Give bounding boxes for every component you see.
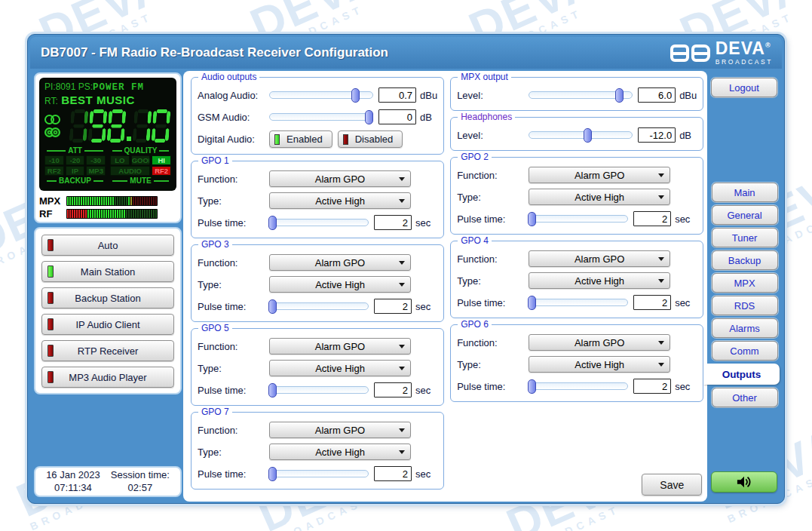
mpx-level-label: Level: [457, 90, 529, 101]
gpo-6-pulse-slider[interactable] [529, 382, 628, 390]
source-button-mp3-audio-player[interactable]: MP3 Audio Player [41, 367, 174, 388]
indicator-lo: LO [110, 155, 130, 165]
source-button-label: Backup Station [75, 293, 140, 304]
gpo-2-pulse-slider-thumb[interactable] [528, 212, 536, 226]
gpo-4-pulse-slider[interactable] [529, 299, 628, 306]
tab-tuner[interactable]: Tuner [712, 228, 778, 247]
mpx-level-value[interactable] [638, 87, 676, 103]
gpo-1-type-select[interactable]: Active High [269, 192, 411, 209]
digital-audio-enabled-button[interactable]: Enabled [269, 130, 332, 148]
select-value: Alarm GPO [575, 253, 624, 265]
gpo-3-pulse-slider[interactable] [269, 302, 369, 310]
source-button-backup-station[interactable]: Backup Station [41, 287, 174, 308]
gpo-5-pulse-slider[interactable] [269, 386, 369, 394]
tab-other[interactable]: Other [712, 388, 778, 407]
mpx-level-slider[interactable] [529, 91, 633, 99]
gpo-4-function-select[interactable]: Alarm GPO [529, 250, 670, 267]
gpo-6-type-select[interactable]: Active High [529, 356, 670, 373]
headphones-level-slider-thumb[interactable] [584, 128, 592, 143]
gpo-7-type-select[interactable]: Active High [269, 444, 411, 460]
gpo-5-pulse-value[interactable] [374, 382, 412, 397]
tab-mpx[interactable]: MPX [712, 273, 778, 293]
tab-alarms[interactable]: Alarms [712, 318, 778, 338]
gpo-6-pulse-slider-thumb[interactable] [528, 379, 536, 394]
gpo-3-type-select[interactable]: Active High [269, 276, 411, 293]
gpo-1-pulse-value[interactable] [374, 215, 412, 230]
source-button-label: Auto [98, 240, 118, 251]
gpo-7-type-row: Type:Active High [198, 442, 437, 462]
gpo-6-function-label: Function: [457, 337, 529, 348]
gpo-5-type-label: Type: [198, 363, 269, 374]
speaker-button[interactable] [711, 471, 777, 493]
chevron-down-icon [658, 257, 664, 261]
gpo-3-pulse-slider-thumb[interactable] [268, 299, 277, 314]
gpo-4-pulse-value[interactable] [633, 295, 671, 310]
indicator-ip: IP [66, 166, 85, 176]
gpo-4-type-label: Type: [457, 275, 529, 287]
analog-audio-slider[interactable] [269, 91, 373, 99]
digital-audio-disabled-button[interactable]: Disabled [338, 130, 403, 148]
header-bar: DB7007 - FM Radio Re-Broadcast Receiver … [30, 37, 782, 69]
headphones-level-value[interactable] [638, 127, 676, 143]
source-button-ip-audio-client[interactable]: IP Audio Client [41, 314, 174, 335]
tab-outputs[interactable]: Outputs [703, 364, 780, 385]
mpx-level-slider-thumb[interactable] [615, 88, 624, 103]
tab-comm[interactable]: Comm [712, 341, 778, 361]
tab-general[interactable]: General [712, 205, 778, 225]
save-button[interactable]: Save [642, 474, 702, 496]
lcd-screen: PI:8091 PS:POWER FM RT: BEST MUSIC ATT-1… [39, 78, 176, 191]
gpo-3-type-row: Type:Active High [198, 275, 437, 294]
headphones-level-slider[interactable] [529, 131, 633, 139]
app-window: DB7007 - FM Radio Re-Broadcast Receiver … [27, 34, 785, 504]
gpo-2-function-select[interactable]: Alarm GPO [529, 167, 670, 183]
tab-backup[interactable]: Backup [712, 250, 778, 270]
gpo-1-function-select[interactable]: Alarm GPO [269, 170, 411, 187]
gpo-2-type-select[interactable]: Active High [529, 189, 670, 205]
led-green-icon [47, 266, 54, 278]
meter-strip [66, 209, 158, 219]
analog-audio-slider-thumb[interactable] [351, 88, 360, 103]
time-text: 07:11:34 [46, 482, 100, 495]
gpo-4-type-select[interactable]: Active High [529, 272, 670, 289]
gpo-4-pulse-slider-thumb[interactable] [528, 296, 536, 310]
gpo-7-function-label: Function: [198, 425, 269, 436]
gpo-5-pulse-slider-thumb[interactable] [268, 383, 277, 397]
meter-label: MPX [39, 195, 66, 207]
rds-pi-ps-line: PI:8091 PS:POWER FM [44, 81, 171, 93]
tab-main[interactable]: Main [712, 183, 778, 202]
analog-audio-value[interactable] [378, 87, 416, 103]
gpo-6-function-select[interactable]: Alarm GPO [529, 334, 670, 351]
gpo-7-pulse-slider-thumb[interactable] [268, 467, 277, 481]
source-button-auto[interactable]: Auto [41, 235, 174, 256]
gpo-3-function-select[interactable]: Alarm GPO [269, 254, 411, 271]
gsm-audio-value[interactable] [378, 109, 416, 124]
source-button-label: IP Audio Client [75, 319, 139, 330]
save-row: Save [450, 474, 703, 496]
freq-digit-1 [69, 109, 88, 143]
logout-button[interactable]: Logout [711, 78, 777, 97]
gpo-7-pulse-slider[interactable] [269, 470, 369, 477]
gsm-audio-slider[interactable] [269, 113, 373, 121]
indicator-rf2: RF2 [152, 166, 171, 176]
gpo-3-pulse-value[interactable] [374, 299, 412, 314]
gsm-audio-slider-thumb[interactable] [365, 110, 373, 124]
gpo-5-function-select[interactable]: Alarm GPO [269, 338, 411, 355]
source-button-rtp-receiver[interactable]: RTP Receiver [41, 340, 174, 361]
gpo-2-pulse-value[interactable] [633, 211, 671, 226]
gpo-5-type-select[interactable]: Active High [269, 360, 411, 376]
gpo-7-function-select[interactable]: Alarm GPO [269, 422, 411, 438]
tab-rds[interactable]: RDS [712, 296, 778, 315]
disabled-label: Disabled [355, 134, 394, 145]
gpo-6-pulse-value[interactable] [633, 379, 671, 394]
gpo-1-pulse-slider-thumb[interactable] [268, 216, 277, 230]
content-right-column: MPX output Level: dBu Headphones Level: … [450, 77, 703, 496]
gpo-7-pulse-value[interactable] [374, 466, 412, 481]
gpo-2-pulse-slider[interactable] [529, 215, 628, 223]
indicator--10: -10 [44, 155, 64, 165]
gpo-1-pulse-slider[interactable] [269, 219, 369, 226]
gpo-2-section: GPO 2Function:Alarm GPOType:Active HighP… [450, 157, 703, 235]
led-red-icon [47, 318, 54, 330]
gpo-5-section: GPO 5Function:Alarm GPOType:Active HighP… [191, 328, 444, 406]
source-buttons-panel: AutoMain StationBackup StationIP Audio C… [34, 227, 182, 394]
source-button-main-station[interactable]: Main Station [41, 261, 174, 282]
